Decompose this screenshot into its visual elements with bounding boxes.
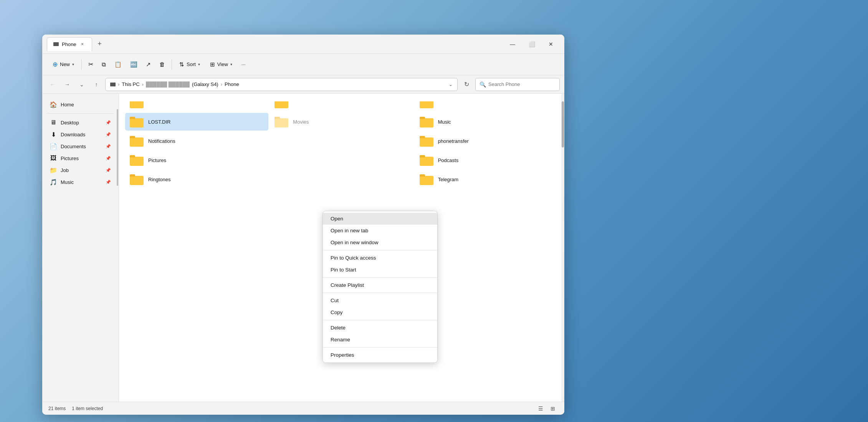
sidebar-scrollbar-thumb[interactable] (117, 109, 118, 186)
sidebar-item-home[interactable]: 🏠 Home (44, 99, 117, 110)
ctx-item-open[interactable]: Open (323, 213, 437, 225)
ctx-item-create-playlist[interactable]: Create Playlist (323, 279, 437, 291)
music-icon: 🎵 (50, 179, 57, 185)
file-name-music: Music (438, 119, 451, 125)
sidebar-item-pictures[interactable]: 🖼 Pictures 📌 (44, 152, 117, 164)
tab-close-button[interactable]: × (79, 41, 86, 47)
folder-icon-lostdir (130, 116, 144, 127)
ctx-item-copy[interactable]: Copy (323, 306, 437, 318)
address-bar[interactable]: › This PC › ██████ ██████ (Galaxy S4) › … (105, 78, 458, 91)
ctx-item-pin-quick[interactable]: Pin to Quick access (323, 252, 437, 264)
copy-button[interactable]: ⧉ (98, 58, 109, 71)
sidebar-item-job[interactable]: 📁 Job 📌 (44, 164, 117, 176)
file-item-ringtones[interactable]: Ringtones (125, 170, 268, 188)
recent-button[interactable]: ⌄ (76, 79, 88, 90)
tab-area: Phone × + (47, 35, 504, 53)
file-item-phonetransfer[interactable]: phonetransfer (415, 132, 558, 150)
desktop-icon: 🖥 (50, 119, 57, 126)
sort-label: Sort (187, 61, 196, 67)
ctx-cut-label: Cut (331, 298, 339, 303)
sidebar-downloads-label: Downloads (61, 132, 85, 137)
ctx-pin-quick-label: Pin to Quick access (331, 255, 376, 261)
sidebar-item-music[interactable]: 🎵 Music 📌 (44, 176, 117, 188)
ctx-open-label: Open (331, 216, 343, 222)
ctx-separator-3 (323, 293, 437, 293)
ctx-rename-label: Rename (331, 337, 350, 343)
view-icon: ⊞ (210, 61, 215, 68)
sidebar-documents-pin: 📌 (106, 144, 111, 149)
grid-view-button[interactable]: ⊞ (547, 404, 558, 413)
file-name-telegram: Telegram (438, 177, 458, 182)
content-area: 🏠 Home 🖥 Desktop 📌 ⬇ Downloads 📌 📄 Docum… (42, 94, 564, 402)
ctx-item-pin-start[interactable]: Pin to Start (323, 264, 437, 276)
up-button[interactable]: ↑ (91, 79, 102, 90)
back-button[interactable]: ← (47, 79, 58, 90)
tab-title: Phone (62, 41, 76, 47)
breadcrumb-device-name: (Galaxy S4) (192, 81, 218, 87)
sidebar-downloads-pin: 📌 (106, 132, 111, 137)
sidebar-job-label: Job (61, 167, 69, 173)
delete-icon: 🗑 (159, 61, 165, 68)
file-item-lostdir[interactable]: LOST.DIR (125, 113, 268, 131)
file-grid-main: LOST.DIR Movies Music Notifications (125, 113, 558, 188)
partial-folder-2[interactable] (270, 100, 413, 111)
ctx-item-rename[interactable]: Rename (323, 334, 437, 346)
file-item-notifications[interactable]: Notifications (125, 132, 268, 150)
new-tab-button[interactable]: + (94, 38, 106, 50)
downloads-icon: ⬇ (50, 131, 57, 138)
ctx-properties-label: Properties (331, 352, 354, 358)
ctx-pin-start-label: Pin to Start (331, 267, 356, 273)
file-name-pictures: Pictures (148, 157, 166, 163)
ctx-item-delete[interactable]: Delete (323, 322, 437, 334)
delete-button[interactable]: 🗑 (156, 58, 169, 70)
status-bar: 21 items 1 item selected ☰ ⊞ (42, 402, 564, 415)
sidebar-desktop-pin: 📌 (106, 120, 111, 125)
file-item-pictures[interactable]: Pictures (125, 151, 268, 169)
file-item-podcasts[interactable]: Podcasts (415, 151, 558, 169)
selection-status: 1 item selected (72, 406, 103, 411)
ctx-item-open-new-tab[interactable]: Open in new tab (323, 225, 437, 237)
toolbar-separator-1 (81, 59, 82, 70)
sidebar-item-downloads[interactable]: ⬇ Downloads 📌 (44, 129, 117, 140)
main-scrollbar (561, 94, 564, 402)
ctx-item-open-new-window[interactable]: Open in new window (323, 237, 437, 248)
partial-folder-icon-2 (274, 101, 288, 108)
home-icon: 🏠 (50, 101, 57, 108)
active-tab[interactable]: Phone × (47, 37, 92, 51)
maximize-button[interactable]: ⬜ (523, 38, 541, 50)
ctx-item-cut[interactable]: Cut (323, 295, 437, 306)
file-item-music[interactable]: Music (415, 113, 558, 131)
sidebar-item-documents[interactable]: 📄 Documents 📌 (44, 141, 117, 152)
share-button[interactable]: ↗ (142, 58, 154, 71)
paste-button[interactable]: 📋 (111, 58, 125, 71)
rename-button[interactable]: 🔤 (127, 58, 141, 71)
minimize-button[interactable]: — (504, 38, 521, 50)
sort-icon: ⇅ (179, 61, 184, 68)
sidebar-item-desktop[interactable]: 🖥 Desktop 📌 (44, 117, 117, 128)
new-button[interactable]: ⊕ New ▾ (48, 58, 78, 71)
sidebar-scrollbar (116, 94, 119, 402)
file-item-movies[interactable]: Movies (270, 113, 413, 131)
pictures-icon: 🖼 (50, 155, 57, 162)
file-name-phonetransfer: phonetransfer (438, 138, 469, 144)
cut-button[interactable]: ✂ (85, 58, 97, 71)
context-menu: Open Open in new tab Open in new window … (322, 211, 438, 363)
sidebar-music-pin: 📌 (106, 180, 111, 185)
search-input[interactable] (488, 81, 556, 87)
toolbar: ⊕ New ▾ ✂ ⧉ 📋 🔤 ↗ 🗑 ⇅ Sort ▾ ⊞ (42, 54, 564, 75)
main-scrollbar-thumb[interactable] (562, 101, 564, 147)
view-button[interactable]: ⊞ View ▾ (206, 58, 236, 71)
more-button[interactable]: ··· (238, 59, 249, 70)
list-view-button[interactable]: ☰ (535, 404, 546, 413)
close-button[interactable]: ✕ (542, 38, 560, 50)
sort-button[interactable]: ⇅ Sort ▾ (175, 58, 204, 71)
search-box[interactable]: 🔍 (475, 78, 560, 91)
partial-folder-1[interactable] (125, 100, 268, 111)
file-item-telegram[interactable]: Telegram (415, 170, 558, 188)
partial-folder-3[interactable] (415, 100, 558, 111)
sidebar-divider (47, 113, 114, 114)
refresh-button[interactable]: ↻ (461, 79, 472, 90)
forward-button[interactable]: → (61, 79, 73, 90)
ctx-item-properties[interactable]: Properties (323, 349, 437, 361)
sort-chevron-icon: ▾ (198, 62, 200, 66)
